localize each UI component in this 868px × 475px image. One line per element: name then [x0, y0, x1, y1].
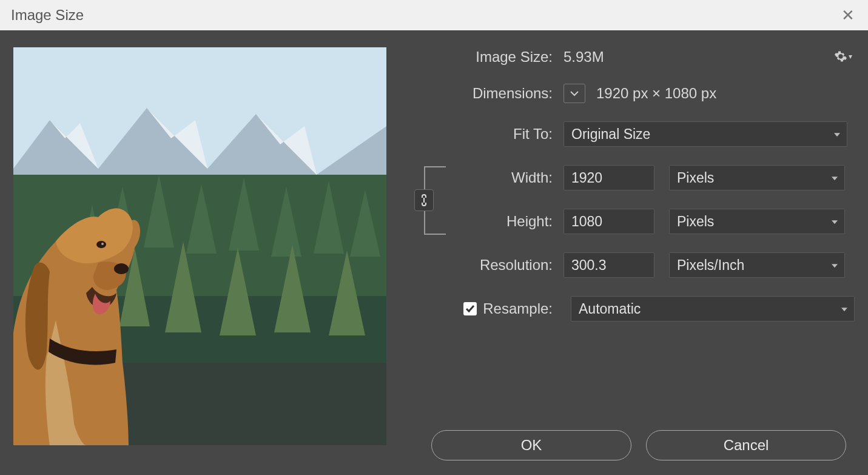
gear-icon: [834, 50, 847, 63]
image-size-label: Image Size:: [429, 49, 556, 66]
resample-label: Resample:: [483, 300, 553, 317]
resolution-unit-select[interactable]: Pixels/Inch: [669, 252, 845, 278]
close-icon[interactable]: ✕: [839, 6, 857, 25]
settings-gear-button[interactable]: ▾: [834, 50, 852, 63]
dimensions-unit-dropdown[interactable]: [564, 84, 585, 103]
resolution-input[interactable]: [564, 252, 654, 278]
constrain-proportions-button[interactable]: [414, 189, 434, 211]
chevron-down-icon: [570, 90, 579, 96]
cancel-button[interactable]: Cancel: [646, 430, 846, 460]
resample-select[interactable]: Automatic: [571, 296, 855, 322]
resample-checkbox[interactable]: [463, 302, 477, 315]
svg-point-18: [96, 241, 106, 248]
resolution-label: Resolution:: [429, 257, 556, 274]
width-input[interactable]: [564, 165, 654, 190]
dialog-content: ▾ Image Size: 5.93M Dimensions:: [0, 30, 868, 475]
dimensions-value: 1920 px × 1080 px: [596, 85, 716, 102]
height-unit-select[interactable]: Pixels: [669, 209, 845, 234]
titlebar: Image Size ✕: [0, 0, 868, 30]
dialog-title: Image Size: [11, 7, 84, 24]
settings-panel: ▾ Image Size: 5.93M Dimensions:: [429, 47, 855, 388]
link-icon: [420, 194, 428, 207]
svg-point-17: [114, 263, 129, 274]
constrain-proportions-bracket: [411, 166, 447, 235]
fit-to-label: Fit To:: [429, 126, 556, 143]
width-label: Width:: [429, 169, 556, 186]
fit-to-select[interactable]: Original Size: [564, 121, 847, 147]
width-unit-select[interactable]: Pixels: [669, 165, 845, 190]
gear-dropdown-caret: ▾: [849, 52, 852, 61]
image-size-value: 5.93M: [564, 49, 604, 66]
dimensions-label: Dimensions:: [429, 85, 556, 102]
image-preview[interactable]: [13, 47, 386, 445]
check-icon: [465, 304, 475, 314]
ok-button[interactable]: OK: [431, 430, 631, 460]
svg-point-19: [101, 243, 104, 245]
height-input[interactable]: [564, 209, 654, 234]
height-label: Height:: [429, 213, 556, 230]
